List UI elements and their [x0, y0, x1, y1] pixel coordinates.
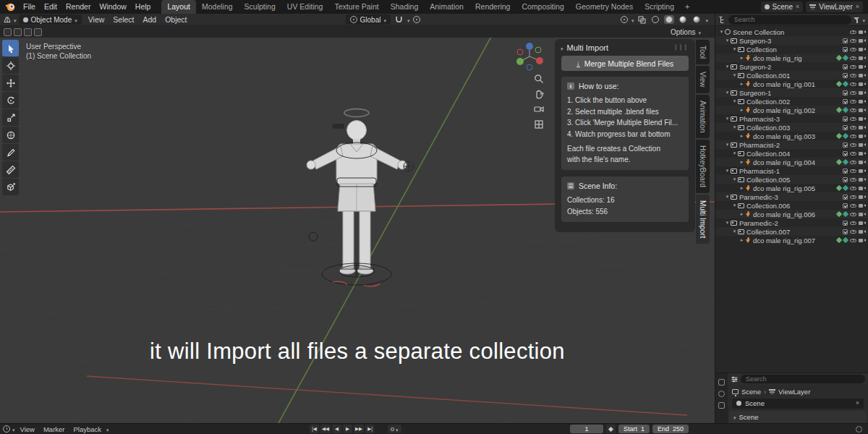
topbar-menu[interactable]: Help	[131, 0, 156, 14]
expand-icon[interactable]	[724, 36, 731, 45]
timeline-menu[interactable]: Marker	[39, 424, 69, 434]
outliner-subcollection-row[interactable]: Collection.005	[715, 175, 868, 184]
toggle-ortho-icon[interactable]	[534, 119, 544, 129]
outliner-object-row[interactable]: dco male rig_rig.007	[715, 236, 868, 244]
camera-icon[interactable]	[859, 177, 866, 182]
outliner-subcollection-row[interactable]: Collection.001	[715, 71, 868, 80]
camera-icon[interactable]	[859, 151, 866, 156]
expand-icon[interactable]	[731, 71, 738, 80]
eye-icon[interactable]	[850, 108, 856, 113]
checkbox-icon[interactable]	[843, 116, 848, 122]
character-model[interactable]	[295, 103, 418, 320]
expand-icon[interactable]	[724, 192, 731, 201]
orientation-select[interactable]: Global	[346, 14, 391, 25]
expand-icon[interactable]	[731, 201, 738, 210]
outliner-object-row[interactable]: dco male rig_rig.002	[715, 106, 868, 114]
outliner-subcollection-row[interactable]: Collection	[715, 45, 868, 54]
camera-icon[interactable]	[859, 212, 866, 217]
workspace-tab[interactable]: Modeling	[196, 0, 239, 14]
eye-icon[interactable]	[850, 221, 856, 226]
camera-icon[interactable]	[859, 195, 866, 200]
shading-rendered-button[interactable]	[692, 15, 702, 24]
transport-button[interactable]: ▶▶	[354, 425, 364, 433]
workspace-tab[interactable]: Layout	[161, 0, 196, 14]
chevron-down-icon[interactable]	[407, 15, 410, 24]
checkbox-icon[interactable]	[843, 99, 848, 104]
eye-icon[interactable]	[850, 82, 856, 87]
eye-icon[interactable]	[850, 169, 856, 174]
expand-icon[interactable]	[731, 227, 738, 236]
chevron-down-icon[interactable]	[631, 15, 634, 24]
camera-view-icon[interactable]	[534, 104, 544, 114]
chevron-down-icon[interactable]	[106, 425, 109, 433]
sidebar-tab[interactable]: Animation	[696, 95, 710, 138]
transport-button[interactable]: ▶|	[365, 425, 375, 433]
checkbox-icon[interactable]	[843, 151, 848, 156]
options-dropdown[interactable]: Options	[671, 28, 711, 36]
tool-settings-icon[interactable]	[14, 28, 22, 36]
eye-icon[interactable]	[850, 38, 856, 43]
outliner-search-input[interactable]	[728, 15, 851, 25]
unlink-scene-icon[interactable]	[796, 4, 799, 10]
timeline-menu[interactable]: View	[16, 424, 39, 434]
shading-wireframe-button[interactable]	[650, 15, 660, 24]
expand-icon[interactable]	[739, 236, 745, 244]
chevron-down-icon[interactable]	[862, 15, 865, 24]
checkbox-icon[interactable]	[843, 203, 848, 208]
editor-type-icon[interactable]	[3, 15, 12, 24]
camera-icon[interactable]	[859, 186, 866, 191]
camera-icon[interactable]	[859, 229, 866, 234]
sidebar-tab[interactable]: View	[696, 66, 710, 93]
visibility-icon[interactable]	[621, 16, 628, 23]
viewlayer-selector[interactable]: ViewLayer	[806, 1, 863, 12]
viewport-menu[interactable]: Object	[161, 14, 191, 26]
expand-icon[interactable]	[724, 218, 731, 227]
eye-icon[interactable]	[850, 64, 856, 69]
sidebar-tab[interactable]: Tool	[696, 40, 710, 64]
properties-search-input[interactable]	[741, 375, 865, 383]
collapse-icon[interactable]	[561, 43, 563, 52]
editor-corner-icon[interactable]	[856, 426, 862, 433]
outliner-object-row[interactable]: dco male rig_rig.003	[715, 132, 868, 140]
scale-tool-button[interactable]	[2, 109, 19, 126]
eye-icon[interactable]	[850, 73, 856, 78]
camera-icon[interactable]	[859, 160, 866, 165]
measure-tool-button[interactable]	[2, 161, 19, 178]
expand-icon[interactable]	[724, 88, 731, 97]
camera-icon[interactable]	[859, 30, 866, 35]
annotate-tool-button[interactable]	[2, 144, 19, 161]
outliner-root-row[interactable]: Scene Collection	[715, 27, 868, 36]
workspace-tab[interactable]: Texture Paint	[328, 0, 384, 14]
outliner-subcollection-row[interactable]: Collection.007	[715, 227, 868, 236]
topbar-menu[interactable]: File	[19, 0, 40, 14]
outliner-subcollection-row[interactable]: Collection.003	[715, 123, 868, 132]
workspace-tab[interactable]: Rendering	[469, 0, 516, 14]
expand-icon[interactable]	[718, 27, 725, 36]
checkbox-icon[interactable]	[843, 177, 848, 182]
tool-settings-icon[interactable]	[4, 28, 12, 36]
topbar-menu[interactable]: Edit	[40, 0, 61, 14]
snap-magnet-icon[interactable]	[394, 15, 404, 25]
checkbox-icon[interactable]	[843, 125, 848, 130]
add-cube-tool-button[interactable]	[2, 179, 19, 195]
unlink-viewlayer-icon[interactable]	[856, 4, 859, 10]
workspace-tab[interactable]: Sculpting	[239, 0, 281, 14]
eye-icon[interactable]	[850, 134, 856, 139]
camera-icon[interactable]	[859, 221, 866, 226]
camera-icon[interactable]	[859, 90, 866, 95]
select-box-tool-button[interactable]	[2, 40, 19, 56]
eye-icon[interactable]	[850, 47, 856, 52]
viewport-3d[interactable]: User Perspective (1) Scene Collection	[0, 38, 715, 423]
drag-grip-icon[interactable]	[674, 44, 689, 51]
checkbox-icon[interactable]	[843, 90, 848, 95]
outliner-object-row[interactable]: dco male rig_rig	[715, 54, 868, 62]
expand-icon[interactable]	[724, 62, 731, 71]
outliner-editor-icon[interactable]	[718, 16, 726, 24]
multi-import-panel-header[interactable]: Multi Import	[556, 40, 694, 55]
camera-icon[interactable]	[859, 108, 866, 113]
transport-button[interactable]: ◀◀	[320, 425, 331, 433]
filter-icon[interactable]	[854, 17, 860, 23]
eye-icon[interactable]	[850, 116, 856, 122]
scene-properties-tab-icon[interactable]	[718, 402, 725, 409]
timeline-menu[interactable]: Playback	[69, 424, 106, 434]
